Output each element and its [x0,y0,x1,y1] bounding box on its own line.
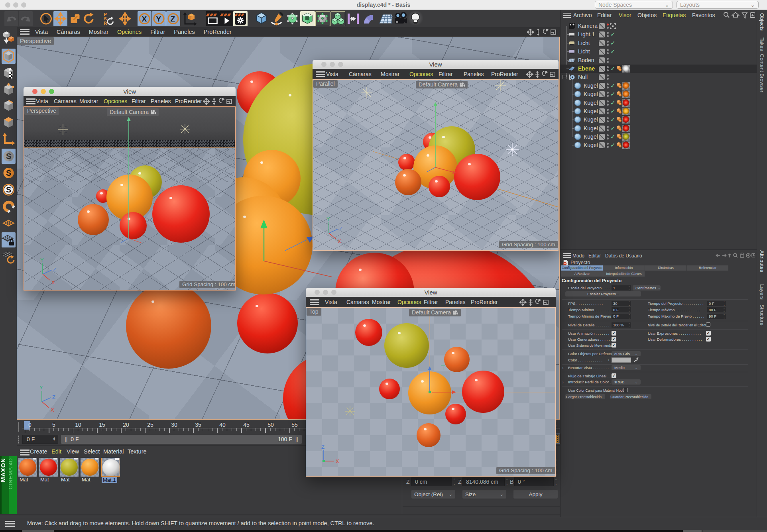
svg-text:Z: Z [53,267,56,273]
svg-text:X: X [338,238,341,243]
svg-text:Y: Y [40,257,44,263]
svg-text:Z: Z [339,226,342,232]
svg-text:Y: Y [156,15,161,23]
svg-text:Y: Y [39,385,43,391]
svg-text:S: S [6,169,11,177]
svg-text:R: R [104,21,107,26]
svg-text:X: X [142,15,147,23]
svg-text:Z: Z [52,394,55,400]
svg-text:X: X [51,279,55,284]
svg-text:X: X [336,458,339,464]
svg-text:Z: Z [321,444,324,450]
svg-text:S: S [6,152,11,161]
svg-text:Z: Z [171,15,175,23]
svg-text:S: S [6,185,11,194]
svg-text:Y: Y [326,216,330,222]
svg-text:X: X [51,407,54,412]
